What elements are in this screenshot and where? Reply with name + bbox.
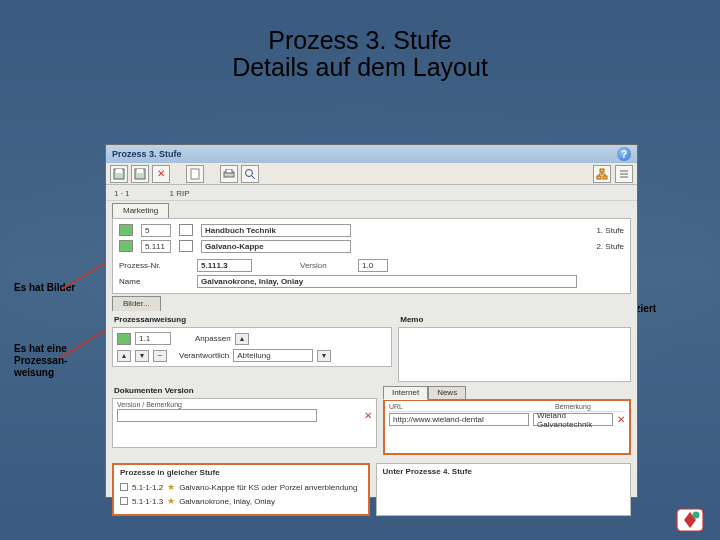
logo	[676, 508, 704, 532]
net-close-icon[interactable]: ✕	[617, 414, 625, 425]
tree-icon[interactable]	[593, 165, 611, 183]
pa-up-icon[interactable]: ▴	[117, 350, 131, 362]
dv-section: Dokumenten Version Version / Bemerkung ✕…	[112, 386, 631, 455]
anpassen-up-icon[interactable]: ▴	[235, 333, 249, 345]
help-icon[interactable]: ?	[617, 147, 631, 161]
annotation-bilder: Es hat Bilder	[14, 282, 99, 293]
bc2-nr: 5.111	[141, 240, 171, 253]
name-label: Name	[119, 277, 189, 286]
bottom-section: Prozesse in gleicher Stufe 5.1·1·1.2 ★ G…	[112, 463, 631, 516]
p2-nr: 5.1·1·1.3	[132, 497, 163, 506]
status-swatch-1	[119, 224, 133, 236]
dv-close-icon[interactable]: ✕	[364, 410, 372, 421]
doc-icon[interactable]	[186, 165, 204, 183]
svg-rect-13	[597, 176, 601, 179]
verantwortlich-input[interactable]: Abteilung	[233, 349, 313, 362]
list-icon[interactable]	[615, 165, 633, 183]
url-col: URL	[389, 403, 539, 410]
p1-name: Galvano-Kappe für KS oder Porzel anverbl…	[179, 483, 357, 492]
list-item[interactable]: 5.1·1·1.3 ★ Galvanokrone, Inlay, Onlay	[120, 494, 362, 508]
toolbar: ✕	[106, 163, 637, 185]
svg-rect-14	[603, 176, 607, 179]
print-icon[interactable]	[220, 165, 238, 183]
slide-subtitle: Details auf dem Layout	[0, 53, 720, 82]
internet-box: URL Bemerkung http://www.wieland-dental …	[383, 399, 631, 455]
spacer-swatch-1	[179, 224, 193, 236]
anpassen-label: Anpassen	[195, 334, 231, 343]
meta-left: 1 · 1	[114, 189, 130, 198]
pa-box: 1.1 Anpassen ▴ ▴ ▾ − Verantwortlich Abte…	[112, 327, 392, 367]
pa-swatch	[117, 333, 131, 345]
bc2-stage: 2. Stufe	[596, 242, 624, 251]
bem-input[interactable]: Wieland Galvanotechnik	[533, 413, 613, 426]
star-icon: ★	[167, 496, 175, 506]
verantwortlich-down-icon[interactable]: ▾	[317, 350, 331, 362]
star-icon: ★	[167, 482, 175, 492]
form-area: 5 Handbuch Technik 1. Stufe 5.111 Galvan…	[112, 218, 631, 294]
p2-name: Galvanokrone, Inlay, Onlay	[179, 497, 275, 506]
prozess-nr-label: Prozess-Nr.	[119, 261, 189, 270]
prozess-nr-input[interactable]: 5.111.3	[197, 259, 252, 272]
tab-bilder[interactable]: Bilder...	[112, 296, 161, 311]
annotation-pa: Es hat eine Prozessan-weisung	[14, 343, 94, 379]
svg-rect-4	[116, 169, 122, 173]
spacer-swatch-2	[179, 240, 193, 252]
dv-title: Dokumenten Version	[114, 386, 377, 395]
window-title: Prozess 3. Stufe	[112, 149, 182, 159]
preview-icon[interactable]	[241, 165, 259, 183]
save-icon[interactable]	[110, 165, 128, 183]
meta-row: 1 · 1 1 RIP	[106, 185, 637, 201]
svg-point-10	[246, 169, 253, 176]
side-tabs: Marketing	[106, 203, 637, 218]
p1-nr: 5.1·1·1.2	[132, 483, 163, 492]
app-window: Prozess 3. Stufe ? ✕ 1 · 1 1 RIP Marketi…	[105, 144, 638, 498]
slide-title-block: Prozess 3. Stufe Details auf dem Layout	[0, 26, 720, 82]
verantwortlich-label: Verantwortlich	[179, 351, 229, 360]
row-swatch	[120, 497, 128, 505]
svg-point-19	[693, 512, 700, 519]
bc1-nr: 5	[141, 224, 171, 237]
name-input[interactable]: Galvanokrone, Inlay, Onlay	[197, 275, 577, 288]
pa-minus-icon[interactable]: −	[153, 350, 167, 362]
tab-news[interactable]: News	[428, 386, 466, 400]
list-item[interactable]: 5.1·1·1.2 ★ Galvano-Kappe für KS oder Po…	[120, 480, 362, 494]
pa-title: Prozessanweisung	[114, 315, 392, 324]
version-input[interactable]: 1.0	[358, 259, 388, 272]
bc1-stage: 1. Stufe	[596, 226, 624, 235]
svg-rect-6	[137, 169, 143, 173]
tab-marketing[interactable]: Marketing	[112, 203, 169, 218]
bc1-name: Handbuch Technik	[201, 224, 351, 237]
pa-section: Prozessanweisung 1.1 Anpassen ▴ ▴ ▾ − Ve…	[112, 315, 631, 382]
same-stage-box: Prozesse in gleicher Stufe 5.1·1·1.2 ★ G…	[112, 463, 370, 516]
svg-rect-7	[191, 169, 199, 179]
pa-down-icon[interactable]: ▾	[135, 350, 149, 362]
version-label: Version	[300, 261, 350, 270]
delete-icon[interactable]: ✕	[152, 165, 170, 183]
svg-rect-12	[600, 169, 604, 172]
bc2-name: Galvano-Kappe	[201, 240, 351, 253]
same-stage-title: Prozesse in gleicher Stufe	[120, 468, 362, 477]
dv-box: Version / Bemerkung ✕	[112, 398, 377, 448]
dv-col: Version / Bemerkung	[117, 401, 372, 408]
save2-icon[interactable]	[131, 165, 149, 183]
slide-title: Prozess 3. Stufe	[0, 26, 720, 55]
url-input[interactable]: http://www.wieland-dental	[389, 413, 529, 426]
memo-label: Memo	[400, 315, 631, 324]
meta-right: 1 RIP	[170, 189, 190, 198]
svg-line-11	[252, 176, 255, 179]
status-swatch-2	[119, 240, 133, 252]
sub-stage-title: Unter Prozesse 4. Stufe	[383, 467, 625, 476]
pa-val[interactable]: 1.1	[135, 332, 171, 345]
tab-internet[interactable]: Internet	[383, 386, 428, 400]
memo-field[interactable]	[398, 327, 631, 382]
bem-col: Bemerkung	[555, 403, 591, 410]
svg-rect-9	[226, 169, 232, 173]
titlebar: Prozess 3. Stufe ?	[106, 145, 637, 163]
dv-input[interactable]	[117, 409, 317, 422]
sub-stage-box: Unter Prozesse 4. Stufe	[376, 463, 632, 516]
row-swatch	[120, 483, 128, 491]
